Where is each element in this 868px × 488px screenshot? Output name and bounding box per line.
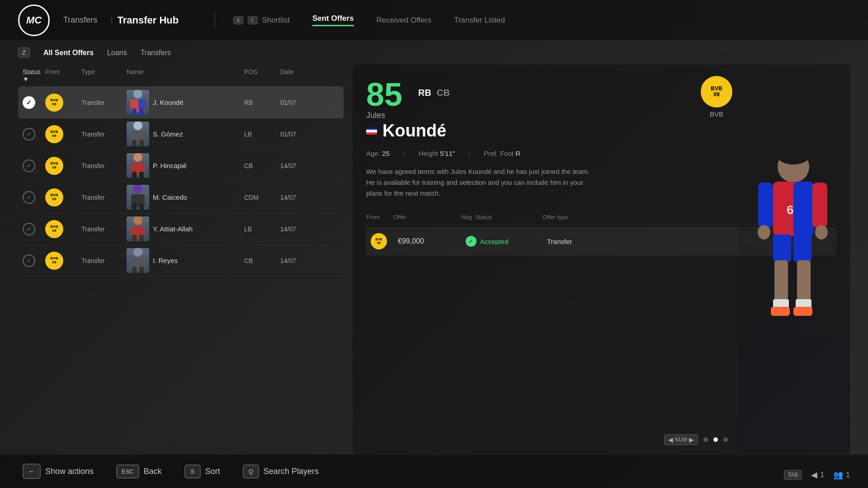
player-avatar (127, 122, 149, 146)
player-name: M. Caicedo (153, 193, 187, 201)
search-label: Search Players (264, 467, 319, 476)
svg-rect-20 (132, 235, 137, 241)
player-name: Y. Attiat-Allah (153, 225, 193, 233)
svg-rect-12 (132, 172, 137, 178)
table-row[interactable]: ✓ BVB09 Transfer (18, 87, 344, 118)
sub-tab-all-sent[interactable]: All Sent Offers (43, 49, 94, 57)
age-label-text: Age: (366, 150, 382, 157)
svg-rect-5 (139, 108, 144, 115)
pagination-dot-1[interactable] (703, 437, 708, 442)
date-cell: 01/07 (280, 131, 316, 138)
svg-rect-16 (132, 203, 137, 210)
col-pos: POS (244, 68, 280, 83)
pos-cell: LB (244, 225, 280, 233)
pos-cell: CB (244, 162, 280, 169)
age-value: 25 (382, 150, 390, 157)
table-row[interactable]: ✓ BVB09 Transfer (18, 213, 344, 245)
content-area: Status ▼ From Type Name POS Date ✓ BVB09 (0, 65, 868, 454)
logo-text: MC (26, 14, 42, 26)
svg-rect-32 (793, 235, 811, 262)
show-actions-label: Show actions (45, 467, 94, 476)
svg-rect-17 (139, 203, 144, 210)
date-cell: 14/07 (280, 225, 316, 233)
num-badge[interactable]: ◀ NUM ▶ (664, 434, 698, 445)
status-cell: ✓ (23, 191, 45, 204)
status-icon-check: ✓ (23, 128, 35, 141)
player-name: J. Koundé (153, 99, 184, 106)
sub-header: Z All Sent Offers Loans Transfers (0, 41, 868, 65)
club-logo[interactable]: MC (18, 5, 50, 36)
club-logo-bvb: BVB09 (45, 94, 63, 112)
svg-rect-4 (132, 108, 137, 115)
hud-people: 👥 1 (833, 470, 850, 480)
show-actions-button[interactable]: ← Show actions (23, 464, 94, 479)
svg-rect-37 (771, 307, 790, 316)
status-cell: ✓ (23, 128, 45, 141)
main-container: MC Transfers | Transfer Hub X C Shortlis… (0, 0, 868, 488)
back-button[interactable]: ESC Back (116, 465, 162, 479)
svg-rect-40 (812, 183, 827, 228)
svg-point-22 (133, 248, 142, 257)
status-icon-check: ✓ (23, 254, 35, 267)
nav-divider (215, 11, 215, 29)
nav-link-sent-offers[interactable]: Sent Offers (312, 14, 354, 26)
nav-link-received-offers[interactable]: Received Offers (377, 16, 432, 25)
date-cell: 14/07 (280, 162, 316, 169)
people-icon: 👥 (833, 470, 843, 480)
player-name: S. Gómez (153, 130, 183, 138)
sort-key: S (184, 465, 201, 479)
club-logo-bvb: BVB09 (45, 188, 63, 206)
player-render-area: 6 (737, 65, 850, 454)
from-cell: BVB09 (45, 252, 81, 270)
left-panel: Status ▼ From Type Name POS Date ✓ BVB09 (18, 65, 344, 454)
pagination-dot-3[interactable] (723, 437, 728, 442)
offer-status-text: Accepted (480, 238, 509, 245)
nav-link-shortlist[interactable]: Shortlist (262, 16, 290, 25)
table-header: Status ▼ From Type Name POS Date (18, 65, 344, 87)
svg-rect-38 (793, 307, 812, 316)
player-first-name: Jules (366, 111, 450, 120)
header: MC Transfers | Transfer Hub X C Shortlis… (0, 0, 868, 41)
club-logo-bvb: BVB09 (45, 157, 63, 175)
type-cell: Transfer (81, 131, 127, 138)
svg-point-10 (133, 153, 142, 162)
player-avatar (127, 248, 149, 273)
sort-button[interactable]: S Sort (184, 465, 220, 479)
svg-rect-34 (797, 260, 811, 301)
offer-col-status: Neg. Status (461, 214, 542, 221)
nav-transfers[interactable]: Transfers (63, 15, 97, 25)
club-logo-bvb: BVB09 (45, 220, 63, 238)
position-primary: RB (418, 88, 431, 98)
num-label: NUM (675, 436, 687, 443)
back-key: ESC (116, 465, 139, 479)
name-cell: Y. Attiat-Allah (127, 216, 244, 241)
player-name: I. Reyes (153, 257, 178, 264)
svg-text:6: 6 (787, 203, 794, 217)
table-row[interactable]: ✓ BVB09 Transfer (18, 150, 344, 182)
from-cell: BVB09 (45, 220, 81, 238)
position-secondary: CB (437, 88, 450, 98)
sub-tab-transfers[interactable]: Transfers (141, 49, 171, 57)
nav-link-transfer-listed[interactable]: Transfer Listed (454, 16, 505, 25)
from-cell: BVB09 (45, 188, 81, 206)
pagination-dot-2[interactable] (713, 437, 718, 442)
player-rating: 85 (366, 78, 402, 111)
arrow-left: ◀ (668, 436, 673, 443)
svg-rect-9 (139, 140, 144, 146)
nav-links: X C Shortlist Sent Offers Received Offer… (233, 14, 505, 26)
search-players-button[interactable]: Q Search Players (243, 465, 319, 479)
svg-rect-13 (139, 172, 144, 178)
player-3d-figure: 6 (748, 142, 839, 377)
foot-value: R (515, 150, 520, 157)
svg-rect-33 (774, 260, 788, 301)
table-row[interactable]: ✓ BVB09 Transfer (18, 245, 344, 277)
nav-link-shortlist-wrapper[interactable]: X C Shortlist (233, 16, 290, 25)
table-row[interactable]: ✓ BVB09 Transfer (18, 182, 344, 213)
sub-tab-loans[interactable]: Loans (107, 49, 127, 57)
foot-separator: | (468, 150, 470, 157)
table-row[interactable]: ✓ BVB09 Transfer (18, 118, 344, 150)
player-avatar (127, 185, 149, 210)
from-cell: BVB09 (45, 157, 81, 175)
from-cell: BVB09 (45, 125, 81, 143)
pos-cell: LB (244, 131, 280, 138)
